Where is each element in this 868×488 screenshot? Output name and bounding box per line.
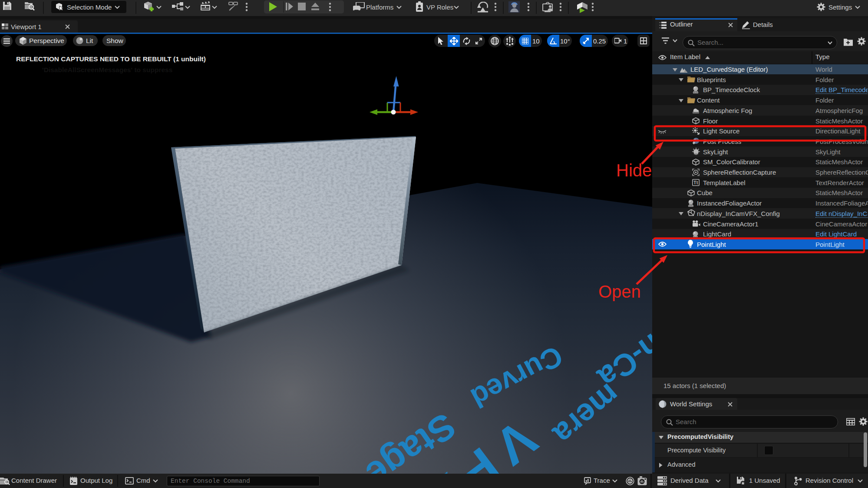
svg-text:'DisableAllScreenMessages' to: 'DisableAllScreenMessages' to suppress	[42, 66, 172, 73]
svg-text:REFLECTION CAPTURES NEED TO BE: REFLECTION CAPTURES NEED TO BE REBUILT (…	[16, 55, 206, 63]
svg-text:Tt: Tt	[693, 180, 698, 185]
